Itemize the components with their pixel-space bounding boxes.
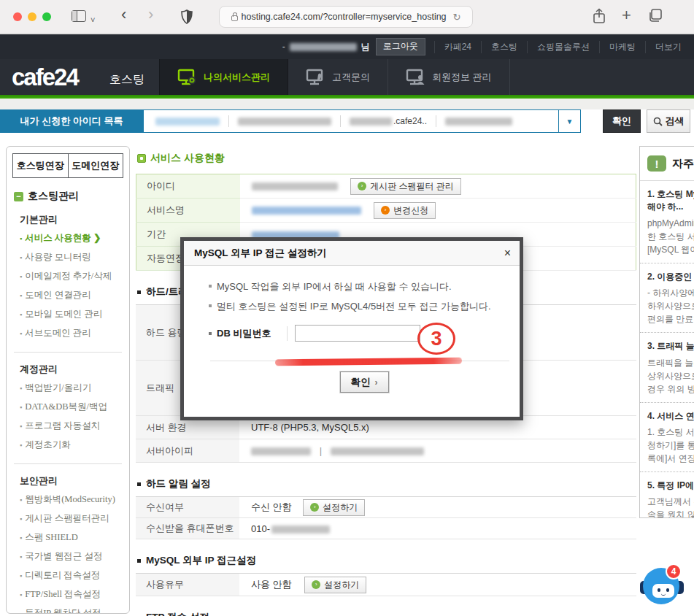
sidebar-item-backup[interactable]: ▪백업받기/올리기 [20,379,129,398]
new-tab-button[interactable]: + [622,6,631,25]
search-icon [653,117,663,126]
row-label: 수신받을 휴대폰번호 [136,518,239,539]
privacy-shield-icon[interactable] [181,9,193,24]
sidebar-item-directory-access[interactable]: ▪디렉토리 접속설정 [20,566,129,585]
dropdown-arrow-icon[interactable]: ▼ [558,110,580,132]
menu-member-info[interactable]: 회원정보 관리 [388,59,510,95]
menu-label: 고객문의 [332,71,370,84]
toplink-more[interactable]: 더보기 [645,41,691,53]
faq-header-text: 자주 [672,157,694,171]
sidebar-item-spam-shield[interactable]: ▪스팸 SHIELD [20,528,129,547]
board-spamfilter-button[interactable]: › 게시판 스팸필터 관리 [350,178,461,195]
url-text: hosting.cafe24.com/?controller=myservice… [242,12,447,22]
toplink-marketing[interactable]: 마케팅 [599,41,645,53]
table-row: 아이디 › 게시판 스팸필터 관리 [136,174,636,199]
sidebar-item-ip-block[interactable]: ▪특정IP 웹차단 설정 [20,604,129,614]
logo-service-label: 호스팅 [109,72,144,88]
domain-extend-button[interactable]: 도메인연장 [68,154,123,177]
window-zoom-button[interactable] [42,12,51,21]
faq-item-2[interactable]: 2. 이용중인 서 - 하위사양에서하위사양으로의편의를 만료일 [640,263,694,333]
faq-item-3[interactable]: 3. 트래픽 늘리 트래픽을 늘리상위사양으로경우 위의 방법 [640,333,694,402]
close-icon[interactable]: × [504,247,511,259]
notification-badge: 4 [666,563,682,580]
alert-setting-button[interactable]: › 설정하기 [303,499,365,516]
reload-icon[interactable]: ↻ [453,12,461,23]
mysql-setting-button[interactable]: › 설정하기 [304,577,366,593]
arrow-circle-icon: › [312,580,320,589]
section-bullet-icon [137,559,141,563]
sidebar-item-mobile-domain[interactable]: ▪모바일 도메인 관리 [20,305,129,324]
row-value: 수신 안함 › 설정하기 [239,497,636,518]
search-button[interactable]: 검색 [647,109,690,133]
sidebar-item-board-spamfilter[interactable]: ▪게시판 스팸필터관리 [20,509,129,528]
masked-id [155,118,220,126]
forward-button[interactable]: › [148,7,153,23]
chat-widget-button[interactable]: 4 [641,563,683,606]
item-label: FTP/Shell 접속설정 [25,589,101,599]
sidebar-toggle-icon[interactable] [72,10,86,22]
masked-server-name [251,447,311,455]
db-password-input[interactable] [295,325,420,342]
masked-server-ip [331,447,424,455]
window-minimize-button[interactable] [28,12,36,21]
id-select-box[interactable]: .cafe24.. ▼ [143,109,581,133]
sidebar-item-service-usage[interactable]: ▪서비스 사용현황 ❯ [20,229,129,248]
sidebar-item-usage-monitor[interactable]: ▪사용량 모니터링 [20,248,129,267]
sidebar-item-subdomain[interactable]: ▪서브도메인 관리 [20,324,129,343]
cafe24-logo[interactable]: cafe24 [12,63,78,91]
sidebar-item-auto-install[interactable]: ▪프로그램 자동설치 [20,417,129,436]
sidebar-item-email-account[interactable]: ▪이메일계정 추가/삭제 [20,267,129,286]
sidebar-item-data-db-restore[interactable]: ▪DATA&DB복원/백업 [20,398,129,417]
collapse-icon[interactable]: − [14,192,23,201]
toplink-hosting[interactable]: 호스팅 [481,41,527,53]
sidebar-root-hosting-admin[interactable]: − 호스팅관리 [14,190,129,203]
arrow-icon: › [375,377,378,388]
share-icon[interactable] [593,8,606,24]
toplink-mall-solution[interactable]: 쇼핑몰솔루션 [527,41,599,53]
utility-bar: - 님 로그아웃 카페24 호스팅 쇼핑몰솔루션 마케팅 더보기 [0,34,694,59]
page-title: 서비스 사용현황 [137,152,636,165]
modal-body: MySQL 작업을 외부 IP에서 하실 때 사용할 수 있습니다. 멀티 호스… [184,266,520,393]
faq-item-1[interactable]: 1. 호스팅 My해야 하... phpMyAdmin한 호스팅 서비[MySQ… [640,181,694,263]
menu-my-service[interactable]: 나의서비스관리 [159,59,288,95]
bullet-icon: ▪ [20,273,22,280]
menu-customer-inquiry[interactable]: 고객문의 [288,59,388,95]
button-label: 설정하기 [323,501,358,514]
item-label: 국가별 웹접근 설정 [25,551,102,561]
masked-date [445,118,512,126]
masked-domain [350,118,392,126]
sidebar-item-domain-connect[interactable]: ▪도메인 연결관리 [20,286,129,305]
faq-item-4[interactable]: 4. 서비스 연장 1. 호스팅 서비청하기]를 통해록에]서 연장이 [640,403,694,472]
modal-bullet: 멀티 호스팅은 설정된 IP로 MySQL4/5버전 모두 접근 가능합니다. [209,300,520,313]
root-label: 호스팅관리 [28,190,79,203]
tab-overview-icon[interactable] [648,8,663,23]
page: ˅ ‹ › hosting.cafe24.com/?controller=mys… [0,0,694,616]
hosting-extend-button[interactable]: 호스팅연장 [13,154,68,177]
sidebar-item-country-access[interactable]: ▪국가별 웹접근 설정 [20,547,129,566]
confirm-button[interactable]: 확인 [603,109,641,133]
chevron-down-icon[interactable]: ˅ [90,12,95,28]
button-label: 설정하기 [324,579,359,591]
faq-header: ! 자주 [640,147,694,181]
item-label: 스팸 SHIELD [25,532,78,542]
arrow-circle-icon: › [310,503,319,512]
change-request-button[interactable]: › 변경신청 [374,202,436,219]
back-button[interactable]: ‹ [121,7,126,23]
faq-panel: ! 자주 1. 호스팅 My해야 하... phpMyAdmin한 호스팅 서비… [639,146,694,518]
address-bar[interactable]: hosting.cafe24.com/?controller=myservice… [219,6,473,28]
table-row: 수신받을 휴대폰번호 010- [136,518,636,539]
left-sidebar: 호스팅연장 도메인연장 − 호스팅관리 기본관리 ▪서비스 사용현황 ❯ ▪사용… [6,146,130,614]
bullet-icon: ▪ [20,311,22,318]
modal-confirm-button[interactable]: 확인 › [340,371,389,393]
bullet-text: 멀티 호스팅은 설정된 IP로 MySQL4/5버전 모두 접근 가능합니다. [217,300,491,313]
sidebar-item-waf[interactable]: ▪웹방화벽(ModSecurity) [20,490,129,509]
sidebar-item-ftp-shell[interactable]: ▪FTP/Shell 접속설정 [20,585,129,604]
sidebar-item-account-reset[interactable]: ▪계정초기화 [20,436,129,455]
separator [228,115,229,127]
window-close-button[interactable] [13,12,22,21]
divider [14,352,122,353]
logout-button[interactable]: 로그아웃 [376,38,425,55]
toplink-cafe24[interactable]: 카페24 [434,41,481,53]
faq-item-5[interactable]: 5. 특정 IP에 고객님께서 홈속을 원치 않을폴더 안에 .hta [640,472,694,518]
item-label: 서브도메인 관리 [25,328,91,338]
